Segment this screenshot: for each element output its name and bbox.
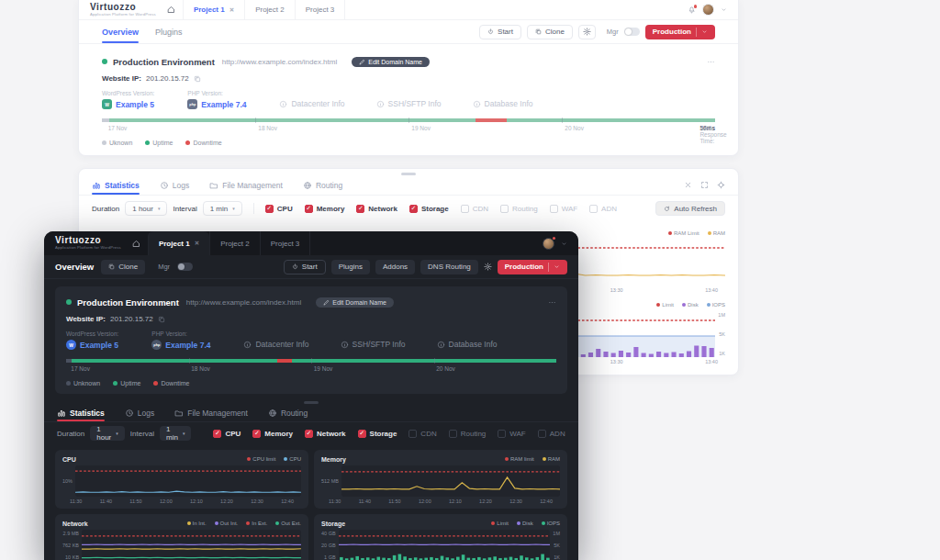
settings-gear-button[interactable]	[578, 25, 596, 39]
chart-plot[interactable]	[339, 530, 551, 560]
clone-button[interactable]: Clone	[101, 260, 145, 274]
logo[interactable]: Virtuozzo Application Platform for WordP…	[55, 236, 121, 250]
environment-url[interactable]: http://www.example.com/index.html	[186, 298, 301, 307]
interval-select[interactable]: 1 min▾	[203, 201, 242, 216]
environment-url[interactable]: http://www.example.com/index.html	[222, 58, 337, 66]
filter-checkbox-waf[interactable]: WAF	[498, 430, 525, 438]
gear-icon[interactable]	[484, 263, 492, 271]
plugins-button[interactable]: Plugins	[331, 260, 370, 274]
legend-item-limit[interactable]: Limit	[656, 302, 674, 308]
legend-item-cpu-limit[interactable]: CPU limit	[247, 456, 275, 462]
project-tab-project-2[interactable]: Project 2	[209, 231, 260, 255]
duration-select[interactable]: 1 hour▾	[90, 426, 125, 441]
filter-checkbox-cdn[interactable]: CDN	[461, 205, 488, 213]
project-tab-project-1[interactable]: Project 1✕	[148, 231, 209, 255]
filter-checkbox-memory[interactable]: ✓Memory	[305, 205, 345, 213]
checkbox[interactable]: ✓	[358, 430, 366, 438]
filter-checkbox-network[interactable]: ✓Network	[356, 205, 397, 213]
info-link-datacenter-info[interactable]: Datacenter Info	[279, 99, 344, 108]
copy-icon[interactable]	[194, 75, 201, 83]
php-version-link[interactable]: Example 7.4	[165, 341, 210, 350]
clone-button[interactable]: Clone	[527, 25, 573, 39]
close-tab-icon[interactable]: ✕	[229, 6, 234, 14]
legend-item-cpu[interactable]: CPU	[284, 456, 301, 462]
legend-item-in-int[interactable]: In Int.	[187, 521, 207, 526]
mgr-toggle[interactable]	[624, 28, 640, 36]
tab-file-management[interactable]: File Management	[174, 404, 248, 421]
checkbox[interactable]	[589, 205, 598, 213]
info-link-database-info[interactable]: Database Info	[437, 340, 498, 349]
notifications-button[interactable]	[688, 6, 696, 14]
legend-item-ram-limit[interactable]: RAM limit	[505, 456, 534, 462]
more-options-button[interactable]	[707, 53, 715, 70]
start-button[interactable]: Start	[479, 25, 521, 39]
filter-checkbox-storage[interactable]: ✓Storage	[409, 205, 449, 213]
legend-item-out-int[interactable]: Out Int.	[215, 521, 239, 526]
project-tab-project-3[interactable]: Project 3	[260, 231, 311, 255]
close-tab-icon[interactable]: ✕	[195, 240, 199, 247]
legend-item-limit[interactable]: Limit	[491, 521, 509, 526]
tab-statistics[interactable]: Statistics	[57, 404, 105, 421]
more-options-button[interactable]	[548, 294, 556, 310]
legend-item-ram[interactable]: RAM	[543, 456, 560, 462]
checkbox[interactable]: ✓	[252, 430, 261, 438]
home-icon[interactable]	[132, 240, 140, 248]
tab-routing[interactable]: Routing	[268, 404, 308, 421]
legend-item-ram[interactable]: RAM	[708, 230, 725, 236]
legend-item-iops[interactable]: IOPS	[707, 302, 725, 308]
tab-logs[interactable]: Logs	[125, 404, 154, 421]
checkbox[interactable]	[461, 205, 469, 213]
filter-checkbox-cpu[interactable]: ✓CPU	[265, 205, 293, 213]
checkbox[interactable]	[408, 430, 417, 438]
checkbox[interactable]	[538, 430, 546, 438]
filter-checkbox-adn[interactable]: ADN	[589, 205, 617, 213]
production-dropdown-button[interactable]: Production	[645, 25, 715, 39]
project-tab-project-2[interactable]: Project 2	[244, 0, 295, 19]
tab-file-management[interactable]: File Management	[209, 175, 283, 195]
filter-checkbox-waf[interactable]: WAF	[550, 205, 577, 213]
checkbox[interactable]: ✓	[409, 205, 418, 213]
legend-item-iops[interactable]: IOPS	[542, 521, 560, 526]
checkbox[interactable]: ✓	[213, 430, 221, 438]
chart-plot[interactable]	[341, 465, 560, 497]
legend-item-in-ext[interactable]: In Ext.	[246, 521, 267, 526]
filter-checkbox-memory[interactable]: ✓Memory	[252, 430, 293, 438]
info-link-database-info[interactable]: Database Info	[473, 99, 533, 108]
settings-icon[interactable]	[717, 181, 725, 189]
checkbox[interactable]	[500, 205, 509, 213]
auto-refresh-button[interactable]: Auto Refresh	[655, 201, 725, 216]
chevron-down-icon[interactable]	[561, 241, 567, 247]
production-dropdown-button[interactable]: Production	[498, 260, 567, 274]
close-icon[interactable]	[684, 181, 692, 189]
chevron-down-icon[interactable]	[721, 6, 727, 13]
addons-button[interactable]: Addons	[375, 260, 415, 274]
uptime-timeline-bar[interactable]	[66, 359, 556, 363]
info-link-ssh-sftp-info[interactable]: SSH/SFTP Info	[376, 99, 442, 108]
filter-checkbox-cpu[interactable]: ✓CPU	[213, 430, 241, 438]
legend-item-out-ext[interactable]: Out Ext.	[275, 521, 301, 526]
wordpress-version-link[interactable]: Example 5	[80, 341, 118, 350]
chart-plot[interactable]	[75, 465, 301, 497]
notifications-button[interactable]	[543, 238, 554, 250]
mgr-toggle[interactable]	[177, 263, 193, 271]
fullscreen-icon[interactable]	[700, 181, 709, 189]
filter-checkbox-routing[interactable]: Routing	[500, 205, 538, 213]
checkbox[interactable]	[498, 430, 506, 438]
logo[interactable]: Virtuozzo Application Platform for WordP…	[90, 3, 156, 17]
chart-plot[interactable]	[82, 530, 301, 560]
tab-plugins[interactable]: Plugins	[155, 20, 183, 43]
checkbox[interactable]: ✓	[356, 205, 364, 213]
copy-icon[interactable]	[158, 316, 165, 323]
checkbox[interactable]: ✓	[265, 205, 274, 213]
filter-checkbox-network[interactable]: ✓Network	[305, 430, 346, 438]
filter-checkbox-storage[interactable]: ✓Storage	[358, 430, 397, 438]
checkbox[interactable]	[449, 430, 457, 438]
filter-checkbox-adn[interactable]: ADN	[538, 430, 565, 438]
checkbox[interactable]: ✓	[305, 430, 313, 438]
home-icon[interactable]	[167, 6, 175, 14]
edit-domain-button[interactable]: Edit Domain Name	[316, 297, 394, 308]
project-tab-project-3[interactable]: Project 3	[295, 0, 346, 19]
php-version-link[interactable]: Example 7.4	[201, 100, 246, 109]
interval-select[interactable]: 1 min▾	[160, 426, 191, 441]
dns-routing-button[interactable]: DNS Routing	[420, 260, 478, 274]
